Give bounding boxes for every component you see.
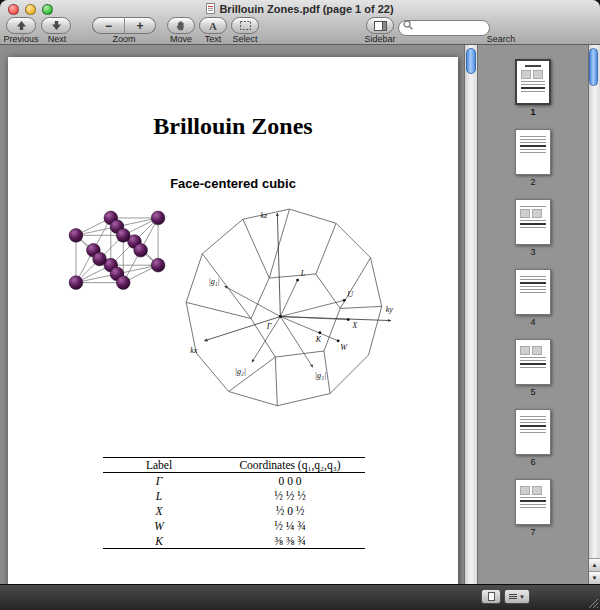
thumbnail-number: 5 (530, 387, 535, 397)
vector-label-g3: |g₃| (315, 371, 326, 380)
scrollbar-thumb[interactable] (466, 48, 476, 74)
list-icon (509, 594, 517, 599)
down-arrow-icon (51, 20, 62, 31)
point-label-k: K (315, 335, 322, 344)
previous-button[interactable] (6, 17, 36, 34)
bottom-bar: ▼ (0, 584, 600, 610)
selection-icon (239, 20, 252, 31)
thumbnail-number: 6 (530, 457, 535, 467)
close-button[interactable] (8, 4, 19, 15)
next-label: Next (42, 34, 72, 44)
hand-icon (175, 20, 187, 32)
thumbnail-number: 1 (530, 107, 535, 117)
row-coords: ½ ½ ½ (215, 490, 365, 502)
axis-label-kz: kz (260, 211, 268, 220)
window-title-area: Brillouin Zones.pdf (page 1 of 22) (60, 2, 540, 15)
sidebar-options-button[interactable]: ▼ (504, 589, 530, 604)
resize-grip[interactable] (586, 596, 599, 609)
pdf-page: Brillouin Zones Face-centered cubic (8, 57, 458, 584)
page-thumbnail[interactable]: 4 (515, 269, 551, 327)
move-label: Move (167, 34, 195, 44)
thumbnail-preview[interactable] (515, 199, 551, 245)
zoom-in-button[interactable]: + (124, 17, 156, 34)
pdf-document-icon (206, 3, 215, 14)
table-header-label: Label (103, 459, 215, 471)
page-subtitle: Face-centered cubic (8, 176, 458, 191)
table-row: K ⅜ ⅜ ¾ (103, 533, 365, 548)
page-thumbnail[interactable]: 7 (515, 479, 551, 537)
scrollbar-thumb[interactable] (589, 48, 598, 86)
thumbnail-number: 4 (530, 317, 535, 327)
select-label: Select (231, 34, 259, 44)
row-coords: ½ ¼ ¾ (215, 520, 365, 532)
search-field-wrap (398, 17, 490, 33)
minimize-button[interactable] (25, 4, 36, 15)
thumbnail-preview[interactable] (515, 409, 551, 455)
minus-icon: − (105, 20, 112, 32)
window-chrome: Brillouin Zones.pdf (page 1 of 22) Previ… (0, 0, 600, 45)
window-title: Brillouin Zones.pdf (page 1 of 22) (219, 3, 393, 15)
thumbnail-preview[interactable] (515, 339, 551, 385)
axis-label-ky: ky (386, 305, 394, 314)
previous-label: Previous (0, 34, 42, 44)
chevron-down-icon: ▼ (519, 594, 525, 600)
row-label: W (103, 520, 215, 532)
point-label-gamma: Γ (266, 322, 272, 331)
move-button[interactable] (167, 17, 195, 34)
fcc-crystal-figure (66, 203, 178, 305)
page-thumbnail[interactable]: 6 (515, 409, 551, 467)
up-arrow-icon (16, 20, 27, 31)
next-button[interactable] (41, 17, 71, 34)
sidebar-button[interactable] (366, 17, 394, 34)
row-label: L (103, 490, 215, 502)
thumbnail-number: 7 (530, 527, 535, 537)
text-button[interactable]: A (199, 17, 227, 34)
brillouin-zone-figure: kz ky kx Γ L X W K U |g₁| |g₂| |g₃| (176, 205, 404, 423)
point-label-u: U (347, 290, 354, 299)
search-label: Search (470, 34, 532, 44)
main-scrollbar[interactable] (464, 45, 478, 584)
table-row: W ½ ¼ ¾ (103, 518, 365, 533)
select-button[interactable] (231, 17, 259, 34)
table-row: L ½ ½ ½ (103, 488, 365, 503)
text-label: Text (199, 34, 227, 44)
table-row: Γ 0 0 0 (103, 473, 365, 488)
vector-label-g2: |g₂| (235, 367, 246, 376)
preview-window: Brillouin Zones.pdf (page 1 of 22) Previ… (0, 0, 600, 610)
plus-icon: + (136, 20, 143, 32)
vector-label-g1: |g₁| (208, 277, 219, 286)
scroll-arrows: ▲ ▼ (589, 558, 600, 584)
sidebar-scrollbar[interactable]: ▲ ▼ (588, 45, 600, 584)
search-icon (402, 19, 414, 31)
text-tool-icon: A (207, 20, 219, 32)
row-coords: 0 0 0 (215, 475, 365, 487)
thumbnail-preview[interactable] (515, 59, 551, 105)
point-label-l: L (300, 269, 306, 278)
maximize-button[interactable] (42, 4, 53, 15)
thumbnail-preview[interactable] (515, 479, 551, 525)
thumbnail-number: 3 (530, 247, 535, 257)
scroll-down-button[interactable]: ▼ (589, 571, 600, 584)
traffic-lights (8, 4, 53, 15)
page-thumbnail[interactable]: 5 (515, 339, 551, 397)
zoom-out-button[interactable]: − (92, 17, 124, 34)
point-label-x: X (351, 321, 358, 330)
row-label: X (103, 505, 215, 517)
main-view: Brillouin Zones Face-centered cubic (0, 45, 464, 584)
page-icon (488, 592, 495, 601)
row-label: Γ (103, 475, 215, 487)
page-thumbnail[interactable]: 3 (515, 199, 551, 257)
table-header-coords: Coordinates (q₁,q₂,q₃) (215, 459, 365, 471)
zoom-label: Zoom (92, 34, 156, 44)
sidebar-icon (374, 21, 387, 31)
scroll-up-button[interactable]: ▲ (589, 558, 600, 571)
view-mode-button[interactable] (481, 589, 501, 604)
sidebar-label: Sidebar (352, 34, 408, 44)
svg-text:A: A (209, 20, 217, 32)
thumbnail-preview[interactable] (515, 129, 551, 175)
page-thumbnail[interactable]: 2 (515, 129, 551, 187)
point-label-w: W (340, 343, 348, 352)
page-thumbnail[interactable]: 1 (515, 59, 551, 117)
thumbnail-preview[interactable] (515, 269, 551, 315)
axis-label-kx: kx (190, 346, 198, 355)
